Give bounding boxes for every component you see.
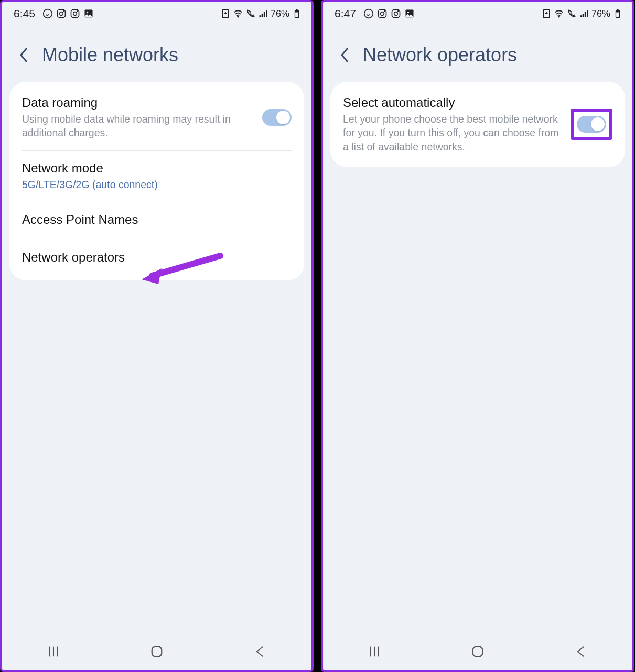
svg-rect-13 — [295, 13, 298, 17]
back-button[interactable] — [17, 47, 31, 63]
nav-back-button[interactable] — [253, 644, 267, 659]
status-icons-left — [363, 8, 415, 19]
row-apn[interactable]: Access Point Names — [9, 202, 304, 240]
volte-icon — [245, 8, 256, 19]
status-bar: 6:45 76% — [2, 2, 311, 23]
signal-icon — [258, 8, 268, 19]
svg-point-5 — [73, 12, 77, 16]
battery-percent: 76% — [591, 8, 610, 19]
data-roaming-toggle[interactable] — [262, 109, 292, 126]
wifi-icon — [554, 8, 564, 19]
row-title: Network operators — [22, 250, 292, 265]
svg-point-10 — [238, 16, 239, 17]
svg-point-17 — [381, 12, 384, 16]
status-icons-left — [42, 8, 94, 19]
wifi-icon — [233, 8, 243, 19]
page-title: Network operators — [363, 44, 517, 66]
row-subtitle: Let your phone choose the best mobile ne… — [343, 112, 562, 154]
chevron-left-icon — [340, 47, 350, 63]
battery-icon — [292, 8, 302, 19]
status-icons-right: 76% — [220, 8, 302, 19]
instagram-icon — [70, 8, 80, 19]
row-network-mode[interactable]: Network mode 5G/LTE/3G/2G (auto connect) — [9, 150, 304, 202]
row-title: Network mode — [22, 161, 292, 176]
chevron-left-icon — [19, 47, 29, 63]
svg-point-23 — [407, 12, 409, 13]
page-header: Network operators — [323, 23, 632, 82]
page-header: Mobile networks — [2, 23, 311, 82]
svg-point-0 — [44, 9, 52, 18]
row-data-roaming[interactable]: Data roaming Using mobile data while roa… — [9, 85, 304, 150]
svg-rect-27 — [617, 9, 618, 11]
svg-rect-29 — [473, 647, 483, 657]
status-time: 6:45 — [14, 7, 35, 20]
whatsapp-icon — [42, 8, 53, 19]
nav-bar — [2, 633, 311, 670]
row-title: Select automatically — [343, 95, 562, 110]
instagram-icon — [56, 8, 67, 19]
row-network-operators[interactable]: Network operators — [9, 240, 304, 277]
nav-back-button[interactable] — [574, 644, 588, 659]
status-bar: 6:47 76% — [323, 2, 632, 23]
svg-point-15 — [364, 9, 373, 18]
whatsapp-icon — [363, 8, 374, 19]
signal-icon — [579, 8, 589, 19]
instagram-icon — [377, 8, 388, 19]
svg-point-20 — [394, 12, 398, 16]
battery-percent: 76% — [271, 8, 289, 19]
row-select-automatically[interactable]: Select automatically Let your phone choo… — [330, 85, 625, 164]
row-title: Data roaming — [22, 95, 254, 110]
svg-point-6 — [77, 11, 78, 12]
svg-point-8 — [87, 12, 88, 13]
screenshot-network-operators: 6:47 76% Network operators Select autom — [321, 0, 634, 672]
data-saver-icon — [541, 8, 552, 19]
status-time: 6:47 — [335, 7, 356, 20]
back-button[interactable] — [338, 47, 352, 63]
page-title: Mobile networks — [42, 44, 178, 66]
row-subtitle: 5G/LTE/3G/2G (auto connect) — [22, 178, 292, 191]
home-button[interactable] — [149, 644, 164, 659]
nav-bar — [323, 633, 632, 670]
annotation-highlight — [571, 109, 612, 140]
svg-point-18 — [384, 11, 385, 12]
volte-icon — [566, 8, 577, 19]
status-icons-right: 76% — [541, 8, 623, 19]
select-automatically-toggle[interactable] — [577, 116, 606, 133]
row-subtitle: Using mobile data while roaming may resu… — [22, 112, 254, 140]
screenshot-mobile-networks: 6:45 76% Mobile networks Data roaming — [0, 0, 314, 672]
settings-card: Data roaming Using mobile data while roa… — [9, 82, 304, 280]
svg-point-2 — [60, 12, 63, 16]
svg-rect-12 — [296, 9, 297, 11]
instagram-icon — [391, 8, 401, 19]
settings-card: Select automatically Let your phone choo… — [330, 82, 625, 167]
svg-point-25 — [558, 16, 559, 17]
battery-icon — [612, 8, 623, 19]
data-saver-icon — [220, 8, 231, 19]
gallery-icon — [404, 8, 415, 19]
recents-button[interactable] — [46, 644, 61, 659]
gallery-icon — [83, 8, 94, 19]
home-button[interactable] — [470, 644, 485, 659]
row-title: Access Point Names — [22, 212, 292, 227]
svg-point-21 — [398, 11, 399, 12]
svg-point-3 — [63, 11, 64, 12]
recents-button[interactable] — [367, 644, 382, 659]
svg-rect-14 — [152, 647, 162, 657]
svg-rect-28 — [616, 13, 619, 17]
